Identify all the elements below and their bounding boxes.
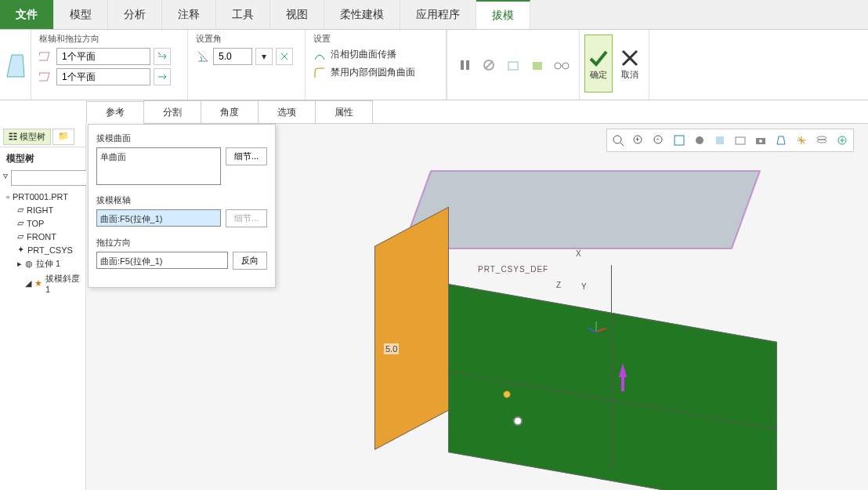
- drag-handle-white[interactable]: [513, 416, 523, 426]
- svg-point-18: [696, 136, 703, 144]
- draft-hinge-collector[interactable]: 曲面:F5(拉伸_1): [96, 209, 221, 227]
- svg-line-6: [485, 61, 493, 69]
- draft-angle-dimension[interactable]: 5.0: [384, 343, 399, 354]
- subtab-options[interactable]: 选项: [258, 100, 316, 123]
- saved-view-icon[interactable]: [731, 131, 750, 150]
- annotation-icon[interactable]: [792, 131, 811, 150]
- svg-point-11: [613, 136, 621, 143]
- menu-draft[interactable]: 拔模: [476, 0, 530, 29]
- sidebar-tab-model-tree[interactable]: ☷ 模型树: [3, 129, 51, 145]
- filter-icon[interactable]: ▿: [3, 170, 8, 186]
- svg-rect-3: [461, 60, 464, 70]
- hinge-pull-label: 枢轴和拖拉方向: [39, 33, 179, 45]
- draft-feature-icon: [4, 50, 27, 80]
- tree-icon: ☷: [9, 132, 17, 141]
- menu-flex-model[interactable]: 柔性建模: [324, 0, 400, 29]
- model-tree-sidebar: ☷ 模型树 📁 模型树 ▿ ▫PRT0001.PRT ▱RIGHT ▱TOP ▱…: [0, 124, 86, 490]
- perspective-icon[interactable]: [772, 131, 790, 150]
- expand-icon[interactable]: ▸: [17, 259, 22, 269]
- glasses-icon[interactable]: [553, 56, 571, 74]
- angle-dropdown-button[interactable]: ▾: [255, 48, 273, 65]
- disable-round-checkbox[interactable]: 禁用内部倒圆角曲面: [313, 66, 438, 79]
- svg-point-9: [562, 63, 569, 69]
- menu-file[interactable]: 文件: [0, 0, 54, 29]
- pause-icon[interactable]: [455, 56, 473, 74]
- model-front-face[interactable]: [448, 284, 777, 490]
- svg-rect-2: [39, 73, 49, 81]
- angle-group-label: 设置角: [196, 33, 297, 45]
- preview-icon[interactable]: [529, 56, 547, 74]
- spin-icon[interactable]: [690, 131, 709, 150]
- layers-icon[interactable]: [812, 131, 831, 150]
- tree-item-datum-front[interactable]: ▱FRONT: [3, 230, 82, 243]
- pull-plane-input[interactable]: [56, 68, 150, 85]
- menu-analysis[interactable]: 分析: [108, 0, 162, 29]
- angle-icon: [196, 49, 210, 64]
- tree-item-csys[interactable]: ✦PRT_CSYS: [3, 243, 82, 256]
- model-tree: ▫PRT0001.PRT ▱RIGHT ▱TOP ▱FRONT ✦PRT_CSY…: [0, 191, 85, 296]
- propagate-tangent-checkbox[interactable]: 沿相切曲面传播: [313, 48, 438, 61]
- svg-rect-19: [716, 136, 724, 144]
- extrude-icon: ◍: [25, 259, 33, 269]
- tree-item-datum-top[interactable]: ▱TOP: [3, 216, 82, 230]
- zoom-out-icon[interactable]: -: [649, 131, 668, 150]
- angle-value-input[interactable]: [213, 48, 252, 65]
- axis-z-label: Z: [556, 281, 561, 289]
- pull-direction-arrow-stem: [621, 377, 624, 391]
- hinge-flip-button[interactable]: [154, 48, 171, 65]
- axis-x-label: X: [576, 249, 581, 258]
- svg-rect-20: [736, 137, 745, 144]
- tree-item-draft[interactable]: ◢★拔模斜度 1: [3, 271, 82, 296]
- tree-item-extrude[interactable]: ▸◍拉伸 1: [3, 256, 82, 271]
- draft-surface-collector[interactable]: 单曲面: [96, 147, 221, 185]
- model-draft-face[interactable]: [374, 206, 449, 450]
- main-menu-bar: 文件 模型 分析 注释 工具 视图 柔性建模 应用程序 拔模: [0, 0, 868, 30]
- zoom-in-icon[interactable]: +: [629, 131, 648, 150]
- settings-group-label: 设置: [313, 33, 438, 45]
- drag-handle-yellow[interactable]: [503, 390, 511, 398]
- svg-rect-4: [466, 60, 469, 70]
- pull-direction-collector[interactable]: 曲面:F5(拉伸_1): [96, 252, 228, 269]
- svg-point-8: [555, 63, 561, 69]
- snapshot-icon[interactable]: [751, 131, 770, 150]
- menu-tools[interactable]: 工具: [216, 0, 270, 29]
- model-top-face[interactable]: [403, 171, 760, 249]
- csys-icon: ✦: [17, 245, 24, 255]
- menu-model[interactable]: 模型: [54, 0, 108, 29]
- disable-round-label: 禁用内部倒圆角曲面: [331, 66, 415, 79]
- menu-applications[interactable]: 应用程序: [400, 0, 476, 29]
- more-tools-icon[interactable]: [833, 131, 852, 150]
- zoom-fit-icon[interactable]: [609, 131, 627, 150]
- subtab-angle[interactable]: 角度: [201, 100, 259, 123]
- svg-point-24: [817, 136, 826, 140]
- viewport-toolbar: + -: [606, 129, 854, 152]
- subtab-properties[interactable]: 属性: [315, 100, 373, 123]
- hinge-plane-input[interactable]: [56, 48, 150, 65]
- sidebar-tab-folder[interactable]: 📁: [52, 129, 74, 145]
- pull-direction-arrow[interactable]: [619, 363, 627, 377]
- refit-icon[interactable]: [670, 131, 689, 150]
- tree-item-part[interactable]: ▫PRT0001.PRT: [3, 191, 82, 203]
- mini-csys-icon[interactable]: [588, 321, 603, 337]
- ok-button[interactable]: 确定: [584, 34, 613, 93]
- draft-surface-label: 拔模曲面: [96, 132, 267, 144]
- tree-item-datum-right[interactable]: ▱RIGHT: [3, 203, 82, 216]
- menu-view[interactable]: 视图: [270, 0, 324, 29]
- cancel-button[interactable]: 取消: [616, 34, 644, 93]
- reverse-direction-button[interactable]: 反向: [233, 252, 267, 270]
- ribbon: 枢轴和拖拉方向 设置角 ▾ 设置 沿相切曲面传播 禁用内部倒圆角曲面: [0, 30, 868, 100]
- menu-annotate[interactable]: 注释: [162, 0, 216, 29]
- tree-item-label: 拔模斜度 1: [45, 273, 82, 294]
- display-style-icon[interactable]: [711, 131, 729, 150]
- hinge-detail-button[interactable]: 细节...: [226, 209, 267, 227]
- angle-flip-button[interactable]: [276, 48, 293, 65]
- model-grid-line: [611, 265, 612, 469]
- tree-item-label: RIGHT: [27, 205, 53, 215]
- part-icon: ▫: [6, 192, 9, 201]
- subtab-reference[interactable]: 参考: [86, 101, 144, 124]
- surface-detail-button[interactable]: 细节...: [226, 147, 267, 165]
- pull-flip-button[interactable]: [154, 68, 171, 85]
- subtab-split[interactable]: 分割: [143, 100, 201, 123]
- verify-icon[interactable]: [504, 56, 522, 74]
- no-preview-icon[interactable]: [479, 56, 497, 74]
